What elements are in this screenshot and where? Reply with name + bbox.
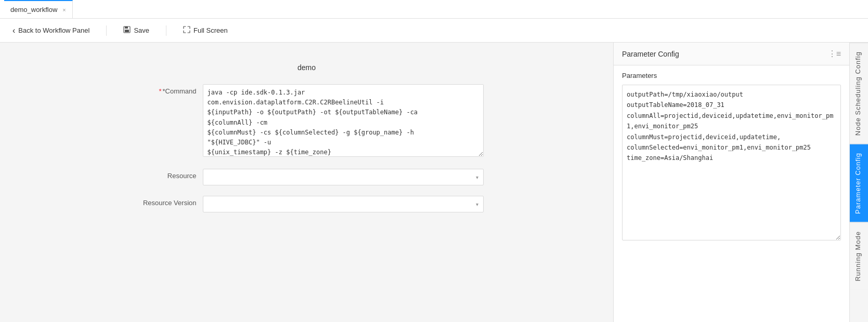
save-icon xyxy=(123,26,131,35)
sidebar-panel: Parameter Config ⋮≡ Parameters xyxy=(614,43,849,322)
sidebar-tab-running-mode-label: Running Mode xyxy=(854,231,862,281)
sidebar-panel-title: Parameter Config xyxy=(622,50,679,58)
save-button[interactable]: Save xyxy=(119,24,153,37)
sidebar-panel-body: Parameters xyxy=(614,65,849,322)
command-label: **Command xyxy=(130,84,203,95)
save-label: Save xyxy=(134,26,149,34)
sidebar-tab-running-mode[interactable]: Running Mode xyxy=(850,222,868,290)
toolbar-divider-2 xyxy=(166,25,166,36)
sidebar-panel-header: Parameter Config ⋮≡ xyxy=(614,43,849,65)
command-textarea[interactable] xyxy=(203,84,484,157)
sidebar-tab-node-scheduling-config-label: Node Scheduling Config xyxy=(854,51,862,136)
resource-select[interactable] xyxy=(203,169,484,185)
params-textarea[interactable] xyxy=(622,85,841,240)
sidebar-collapse-icon[interactable]: ⋮≡ xyxy=(828,49,841,59)
resource-version-label: Resource Version xyxy=(130,196,203,207)
resource-control: ▾ xyxy=(203,169,484,185)
form-container: demo **Command Resource ▾ xyxy=(130,63,484,223)
resource-version-row: Resource Version ▾ xyxy=(130,196,484,212)
resource-label: Resource xyxy=(130,169,203,180)
command-row: **Command xyxy=(130,84,484,158)
params-section-title: Parameters xyxy=(622,72,841,79)
center-content: demo **Command Resource ▾ xyxy=(0,43,613,322)
svg-rect-2 xyxy=(125,30,129,32)
fullscreen-button[interactable]: Full Screen xyxy=(179,24,232,37)
sidebar-tabs: Node Scheduling Config Parameter Config … xyxy=(849,43,868,322)
node-title: demo xyxy=(130,63,484,72)
resource-version-control: ▾ xyxy=(203,196,484,212)
sidebar-tab-node-scheduling-config[interactable]: Node Scheduling Config xyxy=(850,43,868,144)
required-star: * xyxy=(159,87,161,95)
resource-version-select[interactable] xyxy=(203,196,484,212)
tab-close-icon[interactable]: × xyxy=(62,7,66,13)
tab-bar: demo_workflow × xyxy=(0,0,868,19)
main-layout: demo **Command Resource ▾ xyxy=(0,43,868,322)
back-icon: ‹ xyxy=(12,26,15,35)
fullscreen-label: Full Screen xyxy=(193,26,228,34)
tab-label: demo_workflow xyxy=(10,6,57,14)
back-to-workflow-button[interactable]: ‹ Back to Workflow Panel xyxy=(8,24,94,37)
sidebar-tab-parameter-config[interactable]: Parameter Config xyxy=(850,144,868,222)
toolbar-divider-1 xyxy=(106,25,107,36)
back-label: Back to Workflow Panel xyxy=(18,26,89,34)
workflow-tab[interactable]: demo_workflow × xyxy=(4,0,73,18)
sidebar-tab-parameter-config-label: Parameter Config xyxy=(854,153,862,214)
command-control xyxy=(203,84,484,158)
resource-row: Resource ▾ xyxy=(130,169,484,185)
svg-rect-1 xyxy=(125,26,128,29)
fullscreen-icon xyxy=(183,26,190,35)
toolbar: ‹ Back to Workflow Panel Save Full Scree… xyxy=(0,19,868,43)
right-sidebar: Parameter Config ⋮≡ Parameters Node Sche… xyxy=(613,43,868,322)
